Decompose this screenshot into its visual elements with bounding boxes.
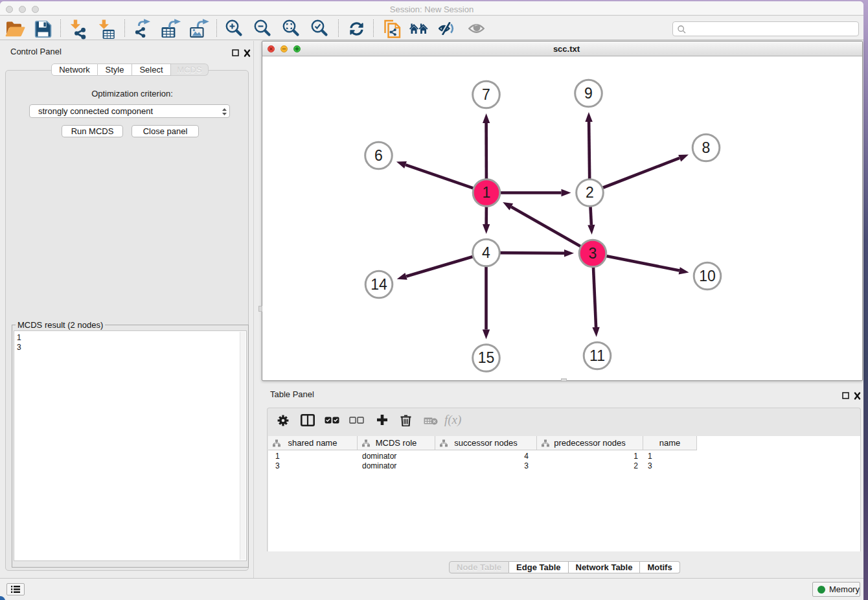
- svg-text:6: 6: [374, 147, 383, 164]
- svg-text:8: 8: [702, 139, 711, 156]
- svg-text:9: 9: [584, 85, 593, 102]
- svg-text:1: 1: [483, 184, 491, 201]
- svg-text:10: 10: [699, 268, 716, 284]
- svg-text:11: 11: [589, 347, 605, 364]
- svg-text:2: 2: [586, 184, 594, 201]
- svg-text:15: 15: [478, 349, 495, 366]
- svg-text:4: 4: [482, 244, 490, 261]
- svg-text:7: 7: [482, 86, 490, 103]
- svg-text:3: 3: [589, 245, 597, 262]
- svg-text:14: 14: [371, 276, 387, 293]
